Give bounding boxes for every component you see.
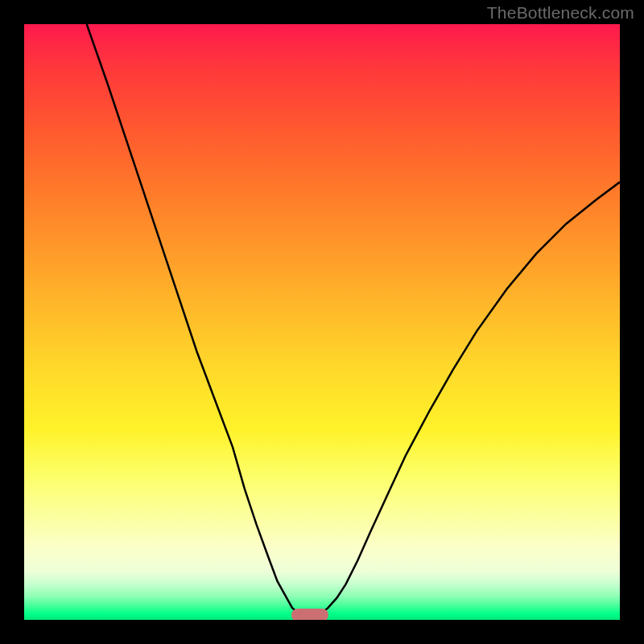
right-curve: [322, 182, 620, 613]
left-curve: [87, 24, 299, 613]
watermark-text: TheBottleneck.com: [487, 3, 634, 23]
plot-area: [24, 24, 620, 620]
bottleneck-marker: [291, 609, 328, 620]
curve-layer: [24, 24, 620, 620]
chart-frame: TheBottleneck.com: [0, 0, 644, 644]
